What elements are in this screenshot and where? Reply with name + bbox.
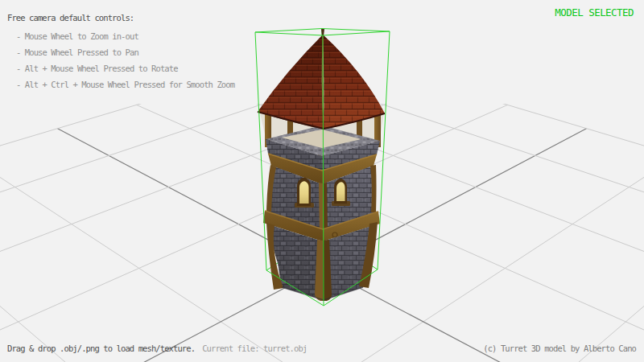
model-selected-badge: MODEL SELECTED (555, 7, 634, 19)
help-item: - Mouse Wheel to Zoom in-out (16, 32, 138, 42)
drop-hint: Drag & drop .obj/.png to load mesh/textu… (7, 343, 195, 353)
grid-line (0, 105, 507, 362)
roof (258, 29, 385, 129)
footer-status: Drag & drop .obj/.png to load mesh/textu… (7, 344, 307, 354)
model-credit: (c) Turret 3D model by Alberto Cano (483, 344, 636, 354)
current-file-label: Current file: turret.obj (202, 343, 307, 353)
help-title: Free camera default controls: (7, 14, 134, 23)
viewport-3d[interactable]: Free camera default controls: - Mouse Wh… (0, 0, 644, 362)
help-item: - Mouse Wheel Pressed to Pan (16, 48, 138, 58)
grid-line (137, 105, 644, 362)
help-item: - Alt + Ctrl + Mouse Wheel Pressed for S… (16, 80, 234, 90)
help-item: - Alt + Mouse Wheel Pressed to Rotate (16, 64, 178, 74)
turret-model[interactable] (258, 29, 385, 301)
